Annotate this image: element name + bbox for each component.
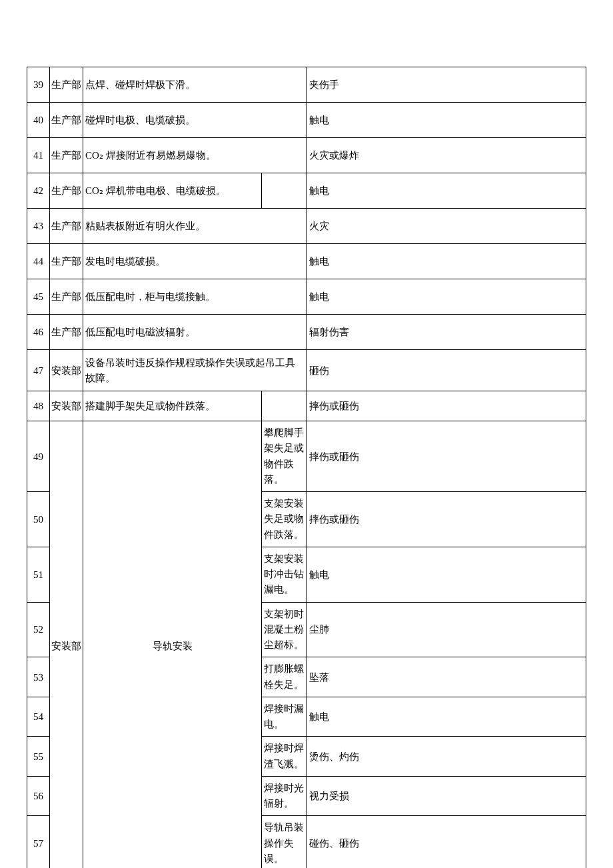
- row-task: 点焊、碰焊时焊极下滑。: [83, 67, 307, 103]
- row-sub: 导轨吊装操作失误。: [262, 816, 307, 868]
- row-dept: 安装部: [50, 350, 83, 391]
- row-result: 触电: [307, 279, 586, 315]
- row-number: 56: [27, 776, 50, 816]
- row-result: 坠落: [307, 657, 586, 697]
- row-dept: 生产部: [50, 279, 83, 315]
- row-dept: 生产部: [50, 138, 83, 173]
- table-row: 46生产部低压配电时电磁波辐射。辐射伤害: [27, 315, 586, 350]
- table-row: 45生产部低压配电时，柜与电缆接触。触电: [27, 279, 586, 315]
- row-dept: 安装部: [50, 391, 83, 421]
- row-result: 视力受损: [307, 776, 586, 816]
- row-number: 55: [27, 737, 50, 777]
- row-result: 尘肺: [307, 602, 586, 657]
- row-sub: 焊接时光辐射。: [262, 776, 307, 816]
- row-result: 触电: [307, 244, 586, 279]
- row-result: 火灾或爆炸: [307, 138, 586, 173]
- row-result: 碰伤、砸伤: [307, 816, 586, 868]
- row-number: 51: [27, 547, 50, 602]
- row-sub: 焊接时漏电。: [262, 697, 307, 737]
- row-task: 低压配电时电磁波辐射。: [83, 315, 307, 350]
- row-result: 触电: [307, 697, 586, 737]
- group-dept: 安装部: [50, 421, 83, 869]
- row-task: CO₂ 焊接附近有易燃易爆物。: [83, 138, 307, 173]
- row-sub: 支架初时混凝土粉尘超标。: [262, 602, 307, 657]
- row-dept: 生产部: [50, 244, 83, 279]
- row-sub: 焊接时焊渣飞溅。: [262, 737, 307, 777]
- row-number: 39: [27, 67, 50, 103]
- row-task: 搭建脚手架失足或物件跌落。: [83, 391, 262, 421]
- row-result: 夹伤手: [307, 67, 586, 103]
- row-number: 40: [27, 103, 50, 138]
- row-number: 48: [27, 391, 50, 421]
- row-number: 44: [27, 244, 50, 279]
- row-sub: [262, 173, 307, 209]
- row-sub: 支架安装失足或物件跌落。: [262, 492, 307, 547]
- row-sub: 攀爬脚手架失足或物件跌落。: [262, 421, 307, 492]
- hazard-table: 39生产部点焊、碰焊时焊极下滑。夹伤手40生产部碰焊时电极、电缆破损。触电41生…: [27, 67, 586, 868]
- row-task: 设备吊装时违反操作规程或操作失误或起吊工具故障。: [83, 350, 307, 391]
- group-task: 导轨安装: [83, 421, 262, 869]
- row-sub: [262, 391, 307, 421]
- table-row: 43生产部粘贴表板附近有明火作业。火灾: [27, 209, 586, 244]
- table-row: 41生产部CO₂ 焊接附近有易燃易爆物。火灾或爆炸: [27, 138, 586, 173]
- row-task: 低压配电时，柜与电缆接触。: [83, 279, 307, 315]
- row-sub: 打膨胀螺栓失足。: [262, 657, 307, 697]
- row-number: 50: [27, 492, 50, 547]
- table-row: 44生产部发电时电缆破损。触电: [27, 244, 586, 279]
- row-number: 53: [27, 657, 50, 697]
- table-row: 39生产部点焊、碰焊时焊极下滑。夹伤手: [27, 67, 586, 103]
- row-number: 45: [27, 279, 50, 315]
- row-result: 摔伤或砸伤: [307, 391, 586, 421]
- row-task: 发电时电缆破损。: [83, 244, 307, 279]
- table-row: 42生产部CO₂ 焊机带电电极、电缆破损。触电: [27, 173, 586, 209]
- row-result: 摔伤或砸伤: [307, 492, 586, 547]
- row-number: 46: [27, 315, 50, 350]
- table-row: 40生产部碰焊时电极、电缆破损。触电: [27, 103, 586, 138]
- row-number: 42: [27, 173, 50, 209]
- row-result: 触电: [307, 547, 586, 602]
- row-result: 触电: [307, 173, 586, 209]
- row-result: 烫伤、灼伤: [307, 737, 586, 777]
- row-number: 43: [27, 209, 50, 244]
- row-task: 碰焊时电极、电缆破损。: [83, 103, 307, 138]
- row-result: 辐射伤害: [307, 315, 586, 350]
- row-number: 47: [27, 350, 50, 391]
- row-task: CO₂ 焊机带电电极、电缆破损。: [83, 173, 262, 209]
- row-result: 触电: [307, 103, 586, 138]
- table-row: 49安装部导轨安装攀爬脚手架失足或物件跌落。摔伤或砸伤: [27, 421, 586, 492]
- row-dept: 生产部: [50, 315, 83, 350]
- row-number: 52: [27, 602, 50, 657]
- row-dept: 生产部: [50, 103, 83, 138]
- row-result: 火灾: [307, 209, 586, 244]
- table-row: 48安装部搭建脚手架失足或物件跌落。摔伤或砸伤: [27, 391, 586, 421]
- row-dept: 生产部: [50, 67, 83, 103]
- row-number: 54: [27, 697, 50, 737]
- row-result: 砸伤: [307, 350, 586, 391]
- row-task: 粘贴表板附近有明火作业。: [83, 209, 307, 244]
- table-row: 47安装部设备吊装时违反操作规程或操作失误或起吊工具故障。砸伤: [27, 350, 586, 391]
- row-number: 49: [27, 421, 50, 492]
- row-number: 57: [27, 816, 50, 868]
- row-number: 41: [27, 138, 50, 173]
- row-sub: 支架安装时冲击钻漏电。: [262, 547, 307, 602]
- row-dept: 生产部: [50, 173, 83, 209]
- row-dept: 生产部: [50, 209, 83, 244]
- row-result: 摔伤或砸伤: [307, 421, 586, 492]
